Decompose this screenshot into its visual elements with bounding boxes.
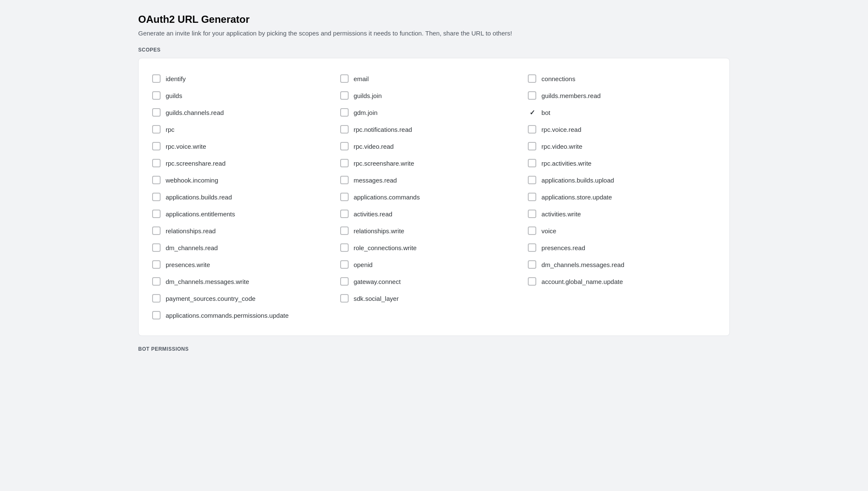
scope-checkbox-applications.entitlements[interactable]: [152, 210, 161, 218]
scope-item-identify[interactable]: identify: [152, 70, 340, 87]
scope-checkbox-gdm.join[interactable]: [340, 108, 349, 117]
scope-checkbox-rpc.screenshare.read[interactable]: [152, 159, 161, 167]
scope-checkbox-guilds.members.read[interactable]: [528, 91, 536, 100]
scope-label-applications.builds.read: applications.builds.read: [166, 194, 232, 201]
scope-checkbox-rpc.video.read[interactable]: [340, 142, 349, 150]
scope-checkbox-gateway.connect[interactable]: [340, 277, 349, 286]
scopes-box: identifyguildsguilds.channels.readrpcrpc…: [138, 58, 730, 336]
scope-checkbox-sdk.social_layer[interactable]: [340, 294, 349, 303]
scope-item-presences.read[interactable]: presences.read: [528, 239, 716, 256]
scope-item-messages.read[interactable]: messages.read: [340, 172, 528, 188]
scope-item-gdm.join[interactable]: gdm.join: [340, 104, 528, 121]
scope-item-applications.store.update[interactable]: applications.store.update: [528, 188, 716, 205]
scope-item-dm_channels.read[interactable]: dm_channels.read: [152, 239, 340, 256]
scope-item-activities.write[interactable]: activities.write: [528, 205, 716, 222]
scope-item-account.global_name.update[interactable]: account.global_name.update: [528, 273, 716, 290]
scope-item-guilds[interactable]: guilds: [152, 87, 340, 104]
scope-label-openid: openid: [354, 261, 373, 268]
scope-item-relationships.write[interactable]: relationships.write: [340, 222, 528, 239]
scope-item-dm_channels.messages.read[interactable]: dm_channels.messages.read: [528, 256, 716, 273]
scope-item-presences.write[interactable]: presences.write: [152, 256, 340, 273]
scope-checkbox-dm_channels.messages.write[interactable]: [152, 277, 161, 286]
scope-item-connections[interactable]: connections: [528, 70, 716, 87]
scope-checkbox-voice[interactable]: [528, 226, 536, 235]
scope-checkbox-applications.commands[interactable]: [340, 193, 349, 201]
scope-item-relationships.read[interactable]: relationships.read: [152, 222, 340, 239]
scope-item-webhook.incoming[interactable]: webhook.incoming: [152, 172, 340, 188]
page-description: Generate an invite link for your applica…: [138, 30, 730, 37]
scope-label-guilds.join: guilds.join: [354, 92, 382, 99]
scope-item-bot[interactable]: ✓bot: [528, 104, 716, 121]
scope-item-role_connections.write[interactable]: role_connections.write: [340, 239, 528, 256]
scope-checkbox-guilds.join[interactable]: [340, 91, 349, 100]
scope-checkbox-presences.write[interactable]: [152, 260, 161, 269]
scope-checkbox-payment_sources.country_code[interactable]: [152, 294, 161, 303]
scope-item-payment_sources.country_code[interactable]: payment_sources.country_code: [152, 290, 340, 307]
scope-checkbox-account.global_name.update[interactable]: [528, 277, 536, 286]
scope-item-rpc.voice.read[interactable]: rpc.voice.read: [528, 121, 716, 138]
scope-label-applications.store.update: applications.store.update: [541, 194, 612, 201]
scope-item-rpc.video.write[interactable]: rpc.video.write: [528, 138, 716, 155]
scope-checkbox-presences.read[interactable]: [528, 243, 536, 252]
scope-item-gateway.connect[interactable]: gateway.connect: [340, 273, 528, 290]
scope-item-email[interactable]: email: [340, 70, 528, 87]
scope-checkbox-guilds.channels.read[interactable]: [152, 108, 161, 117]
scope-label-payment_sources.country_code: payment_sources.country_code: [166, 295, 256, 302]
scope-item-applications.commands[interactable]: applications.commands: [340, 188, 528, 205]
scope-checkbox-rpc.voice.read[interactable]: [528, 125, 536, 134]
scope-checkbox-role_connections.write[interactable]: [340, 243, 349, 252]
scope-checkbox-activities.read[interactable]: [340, 210, 349, 218]
scope-label-rpc.video.read: rpc.video.read: [354, 143, 394, 150]
scope-item-openid[interactable]: openid: [340, 256, 528, 273]
scope-checkbox-relationships.read[interactable]: [152, 226, 161, 235]
scope-item-sdk.social_layer[interactable]: sdk.social_layer: [340, 290, 528, 307]
scope-checkbox-applications.builds.upload[interactable]: [528, 176, 536, 184]
scope-label-rpc.activities.write: rpc.activities.write: [541, 160, 591, 167]
scope-checkbox-messages.read[interactable]: [340, 176, 349, 184]
scope-item-activities.read[interactable]: activities.read: [340, 205, 528, 222]
scope-item-rpc[interactable]: rpc: [152, 121, 340, 138]
scope-checkbox-rpc.screenshare.write[interactable]: [340, 159, 349, 167]
scope-item-applications.builds.upload[interactable]: applications.builds.upload: [528, 172, 716, 188]
page-title: OAuth2 URL Generator: [138, 14, 730, 25]
scope-checkbox-webhook.incoming[interactable]: [152, 176, 161, 184]
scope-checkbox-applications.store.update[interactable]: [528, 193, 536, 201]
scope-label-connections: connections: [541, 75, 575, 82]
scope-checkbox-applications.builds.read[interactable]: [152, 193, 161, 201]
scope-item-rpc.screenshare.read[interactable]: rpc.screenshare.read: [152, 155, 340, 172]
scope-item-voice[interactable]: voice: [528, 222, 716, 239]
scopes-column-2: connectionsguilds.members.read✓botrpc.vo…: [528, 70, 716, 324]
scope-checkbox-dm_channels.messages.read[interactable]: [528, 260, 536, 269]
scope-checkbox-email[interactable]: [340, 74, 349, 83]
scope-item-rpc.notifications.read[interactable]: rpc.notifications.read: [340, 121, 528, 138]
scope-label-guilds.channels.read: guilds.channels.read: [166, 109, 224, 116]
scope-label-relationships.write: relationships.write: [354, 227, 404, 235]
scope-checkbox-identify[interactable]: [152, 74, 161, 83]
scope-checkbox-connections[interactable]: [528, 74, 536, 83]
scope-checkbox-dm_channels.read[interactable]: [152, 243, 161, 252]
scope-checkbox-relationships.write[interactable]: [340, 226, 349, 235]
scope-label-relationships.read: relationships.read: [166, 227, 216, 235]
scope-item-applications.entitlements[interactable]: applications.entitlements: [152, 205, 340, 222]
scope-checkbox-rpc[interactable]: [152, 125, 161, 134]
scope-checkbox-rpc.video.write[interactable]: [528, 142, 536, 150]
scope-item-rpc.voice.write[interactable]: rpc.voice.write: [152, 138, 340, 155]
scope-checkbox-activities.write[interactable]: [528, 210, 536, 218]
scope-item-guilds.channels.read[interactable]: guilds.channels.read: [152, 104, 340, 121]
scope-checkbox-openid[interactable]: [340, 260, 349, 269]
scope-checkbox-guilds[interactable]: [152, 91, 161, 100]
scope-item-rpc.video.read[interactable]: rpc.video.read: [340, 138, 528, 155]
scope-label-applications.entitlements: applications.entitlements: [166, 210, 235, 218]
scope-label-dm_channels.messages.read: dm_channels.messages.read: [541, 261, 624, 268]
scope-item-applications.commands.permissions.update[interactable]: applications.commands.permissions.update: [152, 307, 340, 324]
scope-item-applications.builds.read[interactable]: applications.builds.read: [152, 188, 340, 205]
scope-item-guilds.members.read[interactable]: guilds.members.read: [528, 87, 716, 104]
scope-item-rpc.screenshare.write[interactable]: rpc.screenshare.write: [340, 155, 528, 172]
scope-item-dm_channels.messages.write[interactable]: dm_channels.messages.write: [152, 273, 340, 290]
scope-item-guilds.join[interactable]: guilds.join: [340, 87, 528, 104]
scope-checkbox-rpc.notifications.read[interactable]: [340, 125, 349, 134]
scope-checkbox-rpc.voice.write[interactable]: [152, 142, 161, 150]
scope-checkbox-rpc.activities.write[interactable]: [528, 159, 536, 167]
scope-checkbox-applications.commands.permissions.update[interactable]: [152, 311, 161, 319]
scope-item-rpc.activities.write[interactable]: rpc.activities.write: [528, 155, 716, 172]
